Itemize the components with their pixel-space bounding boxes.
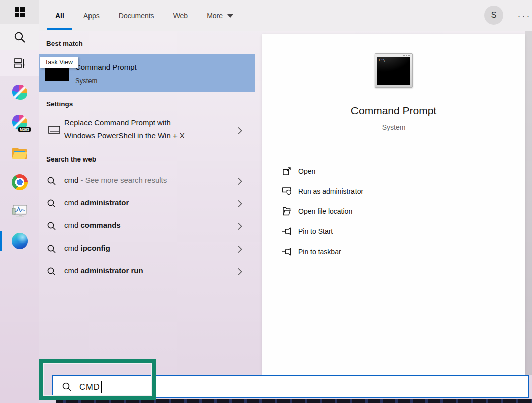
divider xyxy=(262,150,525,150)
search-icon xyxy=(47,176,56,186)
search-icon xyxy=(47,221,56,231)
pin-icon xyxy=(282,227,292,236)
more-options-button[interactable]: ··· xyxy=(513,0,532,31)
chevron-right-icon xyxy=(238,127,242,135)
cmd-prompt-text: C:\_ xyxy=(379,58,387,62)
results-panel: Best match Command Prompt System Task Vi… xyxy=(39,31,255,375)
web-suggestion-cmd-commands[interactable]: cmd commands xyxy=(39,215,255,237)
preview-subtitle: System xyxy=(262,123,525,131)
tab-documents[interactable]: Documents xyxy=(118,0,155,31)
action-label: Open file location xyxy=(298,207,352,215)
taskbar-search-button[interactable] xyxy=(0,24,39,50)
tab-more[interactable]: More xyxy=(206,0,234,31)
filter-tabs: All Apps Documents Web More xyxy=(54,0,234,31)
open-icon xyxy=(282,166,292,176)
start-button[interactable] xyxy=(0,0,39,24)
tab-selected-underline xyxy=(47,28,72,30)
tab-all-label: All xyxy=(55,12,64,20)
best-match-subtitle: System xyxy=(75,77,97,85)
best-match-header: Best match xyxy=(46,40,83,47)
search-icon xyxy=(47,267,56,276)
task-view-tooltip: Task View xyxy=(40,57,78,68)
taskbar-performance-monitor-button[interactable] xyxy=(0,201,39,221)
search-input-value: CMD xyxy=(79,382,100,392)
taskbar-copilot-button[interactable] xyxy=(0,82,39,102)
settings-item-line1: Replace Command Prompt with xyxy=(64,118,171,127)
taskbar: M365 xyxy=(0,0,39,403)
tab-apps[interactable]: Apps xyxy=(82,0,101,31)
chevron-right-icon xyxy=(238,177,242,185)
settings-window-icon xyxy=(48,126,60,135)
chrome-icon xyxy=(12,174,28,190)
settings-result-replace-cmd[interactable]: Replace Command Prompt with Windows Powe… xyxy=(39,113,255,148)
web-suggestion-cmd-see-more[interactable]: cmd - See more search results xyxy=(39,170,255,192)
task-view-icon xyxy=(14,57,26,69)
search-icon xyxy=(62,382,72,392)
action-pin-to-taskbar[interactable]: Pin to taskbar xyxy=(262,241,525,262)
search-icon xyxy=(47,199,56,208)
taskbar-file-explorer-button[interactable] xyxy=(0,143,39,163)
performance-monitor-icon xyxy=(11,204,28,218)
pin-icon xyxy=(282,247,292,256)
chevron-right-icon xyxy=(238,245,242,253)
search-icon xyxy=(47,244,56,254)
action-run-as-administrator[interactable]: Run as administrator xyxy=(262,181,525,201)
user-avatar[interactable]: S xyxy=(484,6,503,25)
search-the-web-header: Search the web xyxy=(46,155,96,163)
action-pin-to-start[interactable]: Pin to Start xyxy=(262,221,525,241)
taskbar-edge-button[interactable] xyxy=(0,231,39,251)
folder-icon xyxy=(282,206,291,216)
search-input[interactable]: CMD xyxy=(52,375,529,398)
shield-window-icon xyxy=(282,186,292,196)
search-header: All Apps Documents Web More S ··· xyxy=(39,0,532,31)
background-strip xyxy=(525,31,532,375)
taskbar-chrome-button[interactable] xyxy=(0,172,39,192)
command-prompt-preview-icon: C:\_ xyxy=(375,53,413,88)
file-explorer-icon xyxy=(12,146,28,160)
settings-header: Settings xyxy=(46,100,73,108)
taskbar-m365-copilot-button[interactable]: M365 xyxy=(0,112,39,132)
preview-title: Command Prompt xyxy=(262,105,525,117)
action-label: Pin to Start xyxy=(298,227,333,235)
action-label: Pin to taskbar xyxy=(298,248,341,256)
edge-icon xyxy=(12,233,28,249)
suggestion-text: cmd xyxy=(64,176,81,184)
web-suggestion-cmd-administrator-run[interactable]: cmd administrator run xyxy=(39,260,255,283)
action-label: Open xyxy=(298,167,315,175)
web-suggestion-cmd-ipconfig[interactable]: cmd ipconfig xyxy=(39,237,255,260)
search-icon xyxy=(13,31,26,44)
chevron-right-icon xyxy=(238,200,242,207)
task-view-button[interactable] xyxy=(0,50,39,76)
web-suggestion-cmd-administrator[interactable]: cmd administrator xyxy=(39,192,255,215)
settings-item-line2: Windows PowerShell in the Win + X xyxy=(64,131,185,140)
action-label: Run as administrator xyxy=(298,187,363,195)
copilot-icon xyxy=(12,85,27,100)
action-open[interactable]: Open xyxy=(262,161,525,181)
best-match-title: Command Prompt xyxy=(75,63,137,71)
windows-logo-icon xyxy=(15,7,25,17)
windows-search-screen: M365 xyxy=(0,0,532,403)
tab-web[interactable]: Web xyxy=(172,0,189,31)
action-open-file-location[interactable]: Open file location xyxy=(262,201,525,221)
m365-badge: M365 xyxy=(18,127,31,132)
desktop-edge-strip xyxy=(56,399,532,403)
preview-pane: C:\_ Command Prompt System Open Run as a… xyxy=(262,34,525,375)
chevron-right-icon xyxy=(238,222,242,230)
tab-all[interactable]: All xyxy=(54,0,65,31)
suggestion-suffix: - See more search results xyxy=(81,176,167,184)
chevron-right-icon xyxy=(238,268,242,275)
chevron-down-icon xyxy=(227,14,233,18)
text-cursor xyxy=(101,381,102,393)
